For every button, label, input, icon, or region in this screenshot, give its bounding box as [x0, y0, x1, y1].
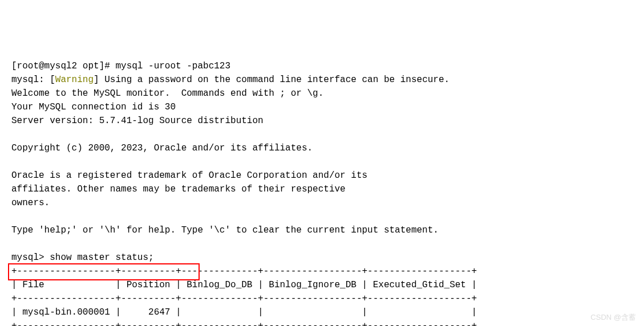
table-border: +------------------+----------+---------… — [11, 294, 477, 304]
mysql-prefix: mysql: [ — [11, 75, 55, 85]
terminal-output[interactable]: [root@mysql2 opt]# mysql -uroot -pabc123… — [0, 59, 644, 326]
trademark-line-2: affiliates. Other names may be trademark… — [11, 184, 346, 194]
watermark: CSDN @含蓄 — [590, 312, 636, 323]
copyright-line: Copyright (c) 2000, 2023, Oracle and/or … — [11, 143, 313, 153]
table-header-row: | File | Position | Binlog_Do_DB | Binlo… — [11, 280, 477, 290]
mysql-prompt: mysql> — [11, 252, 50, 263]
table-row: | mysql-bin.000001 | 2647 | | | | — [11, 307, 477, 317]
warning-label: Warning — [55, 75, 94, 85]
warning-text: ] Using a password on the command line i… — [94, 75, 449, 85]
trademark-line-1: Oracle is a registered trademark of Orac… — [11, 170, 367, 181]
welcome-line: Welcome to the MySQL monitor. Commands e… — [11, 88, 323, 99]
trademark-line-3: owners. — [11, 198, 50, 208]
connection-id-line: Your MySQL connection id is 30 — [11, 102, 176, 112]
sql-command: show master status; — [50, 252, 153, 263]
shell-prompt: [root@mysql2 opt]# — [11, 61, 115, 71]
table-border: +------------------+----------+---------… — [11, 321, 477, 326]
shell-command: mysql -uroot -pabc123 — [115, 61, 230, 71]
help-line: Type 'help;' or '\h' for help. Type '\c'… — [11, 225, 439, 235]
server-version-line: Server version: 5.7.41-log Source distri… — [11, 116, 264, 126]
table-border: +------------------+----------+---------… — [11, 266, 477, 276]
